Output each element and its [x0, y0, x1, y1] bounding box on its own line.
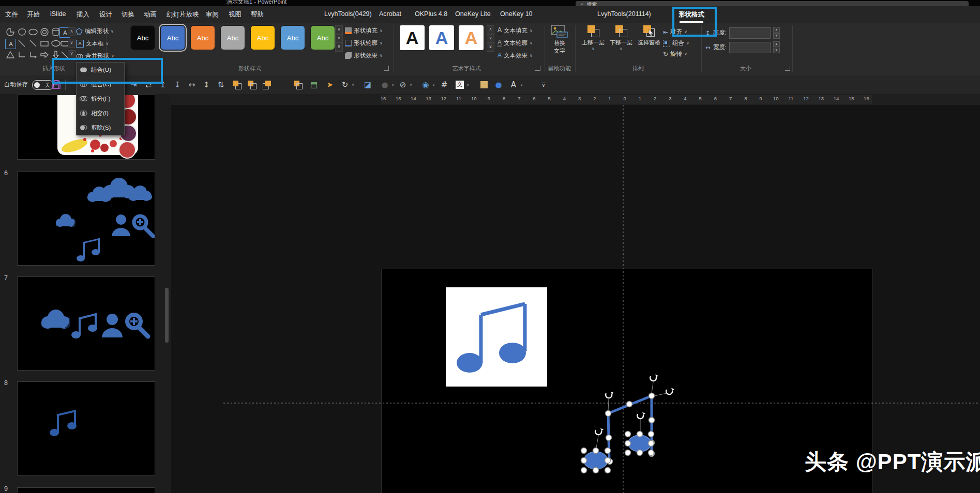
- shape-style-tile-1[interactable]: Abc: [160, 25, 185, 50]
- alt-text-button[interactable]: 替换 文字: [545, 25, 575, 55]
- shape-icon-pie[interactable]: [5, 27, 15, 37]
- slide-thumbnail-6[interactable]: [17, 172, 155, 266]
- wordart-tile-2[interactable]: A: [459, 25, 484, 50]
- tab-6[interactable]: 动画: [144, 10, 157, 19]
- tab-5[interactable]: 切换: [122, 10, 134, 19]
- text-fill-button[interactable]: A 文本填充∨: [497, 27, 533, 35]
- search-bar[interactable]: ⌕ 搜索: [576, 1, 969, 6]
- reference-image[interactable]: [446, 287, 547, 387]
- size-dialog-launcher[interactable]: [785, 66, 790, 71]
- menu-item-拆分F[interactable]: 拆分(F): [77, 91, 124, 106]
- tab-13[interactable]: OKPlus 4.8: [415, 10, 447, 18]
- ellipse-icon[interactable]: ●: [493, 80, 504, 90]
- slide-thumbnail-7[interactable]: [17, 276, 155, 371]
- edit-shape-button[interactable]: 编辑形状∨: [76, 27, 114, 35]
- distribute-h-icon[interactable]: ↔: [186, 80, 198, 90]
- bring-to-front-icon[interactable]: [261, 80, 273, 90]
- gallery-up-button[interactable]: ∧: [68, 27, 76, 36]
- width-down-button[interactable]: ▼: [773, 48, 780, 53]
- tab-4[interactable]: 设计: [99, 10, 112, 19]
- styles-down-button[interactable]: ∨: [335, 34, 343, 43]
- wordart-down-button[interactable]: ∨: [487, 34, 494, 43]
- tab-16[interactable]: LvyhTools(201114): [597, 10, 651, 18]
- shape-style-tile-0[interactable]: Abc: [130, 25, 155, 50]
- textbox-tile-icon[interactable]: 文∨: [454, 80, 465, 90]
- tab-0[interactable]: 文件: [5, 10, 18, 19]
- shape-style-tile-6[interactable]: Abc: [310, 25, 335, 50]
- shape-styles-dialog-launcher[interactable]: [384, 66, 389, 71]
- tab-3[interactable]: 插入: [77, 10, 89, 19]
- autosave-toggle[interactable]: 关: [32, 80, 54, 90]
- tab-14[interactable]: OneKey Lite: [455, 10, 491, 18]
- panel-scrollbar[interactable]: [165, 288, 169, 343]
- send-backward-button[interactable]: 下移一层 ∨: [606, 25, 636, 51]
- menu-item-剪除S[interactable]: 剪除(S): [77, 120, 124, 135]
- wordart-dialog-launcher[interactable]: [535, 66, 540, 71]
- wordart-up-button[interactable]: ∧: [487, 25, 494, 34]
- wordart-more-button[interactable]: ⊻: [487, 43, 494, 52]
- tab-9[interactable]: 视图: [229, 10, 242, 19]
- tab-15[interactable]: OneKey 10: [500, 10, 533, 18]
- align-vcenter-icon[interactable]: ⇅: [215, 80, 227, 90]
- shape-icon-elbow[interactable]: [17, 50, 26, 59]
- styles-more-button[interactable]: ⊻: [335, 43, 343, 52]
- shape-icon-textboxA[interactable]: A: [5, 39, 16, 49]
- shape-outline-button[interactable]: 形状轮廓∨: [345, 39, 383, 47]
- tab-7[interactable]: 幻灯片放映: [167, 10, 199, 19]
- font-format-icon[interactable]: A∨: [508, 80, 519, 90]
- shape-effects-button[interactable]: 形状效果∨: [345, 52, 383, 59]
- shape-icon-arrow-right[interactable]: [39, 50, 49, 59]
- select-objects-icon[interactable]: ➤: [324, 80, 336, 90]
- bring-forward-icon[interactable]: [231, 80, 243, 90]
- styles-up-button[interactable]: ∧: [335, 25, 343, 34]
- text-box-button[interactable]: A 文本框∨: [76, 40, 109, 48]
- align-bottom-icon[interactable]: ↧: [172, 80, 183, 90]
- tab-8[interactable]: 审阅: [206, 10, 219, 19]
- shape-style-tile-4[interactable]: Abc: [250, 25, 275, 50]
- fill-color-icon[interactable]: [478, 80, 490, 90]
- tab-12[interactable]: Acrobat: [379, 10, 401, 18]
- width-input[interactable]: [729, 42, 771, 53]
- wordart-tile-1[interactable]: A: [429, 25, 454, 50]
- shape-icon-line[interactable]: [17, 39, 26, 48]
- shape-icon-oval[interactable]: [28, 27, 38, 37]
- bring-forward-button[interactable]: 上移一层 ∨: [578, 25, 608, 51]
- merge-disabled-icon[interactable]: ●∨: [379, 80, 390, 90]
- fill-icon[interactable]: ◪: [362, 80, 373, 90]
- shape-style-tile-3[interactable]: Abc: [220, 25, 245, 50]
- shape-style-tile-5[interactable]: Abc: [280, 25, 305, 50]
- shape-icon-triangle[interactable]: [5, 50, 15, 59]
- slide-thumbnail-9[interactable]: [17, 487, 155, 493]
- tab-11[interactable]: LvyhTools(0429): [324, 10, 372, 18]
- text-outline-button[interactable]: A 文本轮廓∨: [497, 39, 533, 47]
- layers-icon[interactable]: [292, 80, 304, 90]
- group-button[interactable]: 组合∨: [663, 39, 689, 47]
- qat-more-icon[interactable]: ∨: [538, 80, 549, 90]
- text-effects-button[interactable]: A 文本效果∨: [497, 52, 533, 59]
- send-backward-icon[interactable]: [246, 80, 258, 90]
- shape-fill-button[interactable]: 形状填充∨: [345, 27, 383, 35]
- rotate-button[interactable]: ↻ 旋转∨: [663, 50, 687, 58]
- height-down-button[interactable]: ▼: [773, 33, 780, 39]
- shape-icon-elbow-arrow[interactable]: [28, 50, 38, 59]
- selection-pane-button[interactable]: 选择窗格: [634, 25, 664, 47]
- shape-icon-donut[interactable]: [39, 27, 49, 37]
- height-input[interactable]: [729, 27, 771, 39]
- crop-icon[interactable]: #: [439, 80, 450, 90]
- shape-icon-rect[interactable]: [39, 39, 49, 48]
- slide-canvas[interactable]: 头条 @PPT演示派: [171, 105, 980, 493]
- width-up-button[interactable]: ▲: [773, 41, 780, 47]
- tab-1[interactable]: 开始: [27, 10, 40, 19]
- height-up-button[interactable]: ▲: [773, 27, 780, 33]
- distribute-v-icon[interactable]: ↕: [201, 80, 212, 90]
- tab-10[interactable]: 帮助: [251, 10, 264, 19]
- wordart-tile-0[interactable]: A: [400, 25, 425, 50]
- shape-style-tile-2[interactable]: Abc: [190, 25, 215, 50]
- merge-shapes-icon[interactable]: ⊘∨: [397, 80, 409, 90]
- shape-insert-icon[interactable]: ◉∨: [420, 80, 431, 90]
- menu-item-相交I[interactable]: 相交(I): [77, 106, 124, 120]
- gallery-down-button[interactable]: ∨: [68, 39, 76, 48]
- slide-thumbnail-8[interactable]: [17, 381, 155, 475]
- shape-icon-line[interactable]: [28, 39, 38, 48]
- selection-pane-icon[interactable]: ▤: [308, 80, 320, 90]
